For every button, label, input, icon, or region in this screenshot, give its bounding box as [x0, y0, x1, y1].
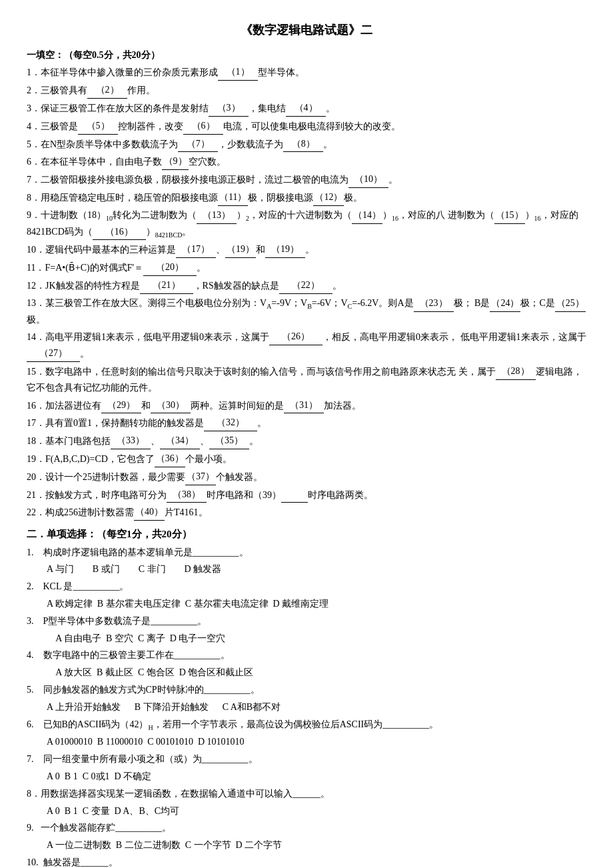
blank-15: （15） [494, 207, 525, 224]
blank-14: （14） [352, 207, 382, 224]
mc-q4-options: A 放大区 B 截止区 C 饱合区 D 饱合区和截止区 [47, 665, 586, 681]
q12: 12．JK触发器的特性方程是（21），RS触发器的缺点是（22）。 [27, 277, 586, 294]
blank-3: （3） [209, 100, 249, 117]
mc-q6: 6. 已知B的ASCII码为（42）H，若用一个字节表示，最高位设为偶校验位后A… [27, 717, 586, 733]
mc-q5: 5. 同步触发器的触发方式为CP时钟脉冲的__________。 [27, 682, 586, 698]
section1-header: 一填空：（每空0.5分，共20分） [27, 47, 586, 63]
blank-21: （21） [140, 277, 193, 294]
blank-1: （1） [218, 64, 258, 81]
blank-33: （33） [111, 433, 151, 449]
q7: 7．二极管阳极接外接电源负极，阴极接外接电源正极时，流过二极管的电流为（10）。 [27, 171, 586, 188]
mc-q10: 10. 触发器是______。 [27, 855, 586, 868]
q16: 16．加法器进位有（29）和（30）两种。运算时间短的是（31）加法器。 [27, 397, 586, 414]
blank-9: （9） [162, 153, 189, 170]
blank-18: （19） [225, 241, 256, 258]
blank-32: （32） [204, 415, 257, 431]
mc-q7-options: A 0 B 1 C 0或1 D 不确定 [47, 769, 586, 785]
q3: 3．保证三极管工作在放大区的条件是发射结（3），集电结（4）。 [27, 100, 586, 117]
mc-q5-options: A 上升沿开始触发 B 下降沿开始触发 C A和B都不对 [47, 699, 586, 715]
q6: 6．在本征半导体中，自由电子数（9）空穴数。 [27, 153, 586, 170]
blank-5: （5） [78, 118, 118, 135]
q13: 13．某三极管工作在放大区。测得三个电极电位分别为：VA=-9V；VB=-6V；… [27, 295, 586, 328]
mc-q2: 2. KCL 是__________。 [27, 579, 586, 595]
q9: 9．十进制数（18）10转化为二进制数为（（13））2，对应的十六进制数为（（1… [27, 207, 586, 241]
blank-6: （6） [183, 118, 223, 135]
blank-28: （28） [496, 363, 536, 380]
mc-q3-options: A 自由电子 B 空穴 C 离子 D 电子一空穴 [47, 631, 586, 647]
mc-q2-options: A 欧姆定律 B 基尔霍夫电压定律 C 基尔霍夫电流定律 D 戴维南定理 [47, 596, 586, 612]
mc-q8-options: A 0 B 1 C 变量 D A、B、C均可 [47, 803, 586, 819]
blank-23: （23） [414, 295, 454, 312]
q2: 2．三极管具有（2）作用。 [27, 82, 586, 99]
blank-38: （38） [167, 487, 207, 503]
q11: 11．F=A•(B̄+C)的对偶式F'＝（20）。 [27, 259, 586, 276]
blank-40: （40） [134, 504, 165, 521]
blank-31: （31） [284, 397, 324, 414]
blank-35: （35） [209, 433, 249, 449]
mc-q1: 1. 构成时序逻辑电路的基本逻辑单元是__________。 [27, 545, 586, 561]
blank-2: （2） [87, 82, 127, 99]
mc-q9-options: A 一位二进制数 B 二位二进制数 C 一个字节 D 二个字节 [47, 837, 586, 853]
q10: 10．逻辑代码中最基本的三种运算是（17）、（19）和（19）。 [27, 241, 586, 258]
mc-q4: 4. 数字电路中的三极管主要工作在__________。 [27, 647, 586, 663]
q19: 19．F(A,B,C,D)=CD，它包含了（36）个最小项。 [27, 451, 586, 467]
q21: 21．按触发方式，时序电路可分为（38）时序电路和（39）时序电路两类。 [27, 487, 586, 503]
blank-17: （17） [176, 241, 216, 258]
blank-7: （7） [178, 136, 218, 153]
blank-36: （36） [155, 451, 185, 467]
blank-19: （19） [265, 241, 305, 258]
blank-25: （25） [555, 295, 586, 312]
blank-4: （4） [286, 100, 326, 117]
blank-20: （20） [143, 259, 197, 276]
blank-29: （29） [101, 397, 141, 414]
blank-13: （13） [197, 207, 237, 224]
blank-11: （11） [218, 189, 248, 206]
q14: 14．高电平用逻辑1来表示，低电平用逻辑0来表示，这属于（26），相反，高电平用… [27, 329, 586, 362]
q20: 20．设计一个25进制计数器，最少需要（37）个触发器。 [27, 469, 586, 485]
blank-24: （24） [490, 295, 520, 312]
q1: 1．本征半导体中掺入微量的三价杂质元素形成（1）型半导体。 [27, 64, 586, 81]
mc-q8: 8．用数据选择器实现某一逻辑函数，在数据输入通道中可以输入______。 [27, 786, 586, 802]
blank-10: （10） [348, 171, 388, 188]
blank-26: （26） [269, 329, 322, 345]
q18: 18．基本门电路包括（33）、（34）、（35）。 [27, 433, 586, 449]
q5: 5．在N型杂质半导体中多数载流子为（7），少数载流子为（8）。 [27, 136, 586, 153]
section2-header: 二．单项选择：（每空1分，共20分） [27, 526, 586, 543]
blank-16: （16） [93, 224, 146, 241]
blank-37: （37） [185, 469, 216, 485]
blank-39 [281, 502, 308, 503]
blank-8: （8） [283, 136, 323, 153]
mc-q9: 9. 一个触发器能存贮__________。 [27, 820, 586, 836]
blank-27: （27） [27, 345, 80, 362]
q17: 17．具有置0置1，保持翻转功能的触发器是（32）。 [27, 415, 586, 431]
mc-q6-options: A 01000010 B 11000010 C 00101010 D 10101… [47, 734, 586, 750]
blank-34: （34） [160, 433, 200, 449]
q15: 15．数字电路中，任意时刻的输出信号只取决于该时刻的输入信号，而与该信号作用之前… [27, 363, 586, 396]
blank-22: （22） [279, 277, 332, 294]
page-title: 《数字逻辑电路试题》二 [27, 20, 586, 41]
q22: 22．构成256进制计数器需（40）片T4161。 [27, 504, 586, 521]
mc-q1-options: A 与门 B 或门 C 非门 D 触发器 [47, 561, 586, 577]
q8: 8．用稳压管稳定电压时，稳压管的阳极接电源（11）极，阴极接电源（12）极。 [27, 189, 586, 206]
blank-12: （12） [313, 189, 344, 206]
blank-30: （30） [151, 397, 191, 414]
mc-q3: 3. P型半导体中多数载流子是__________。 [27, 613, 586, 629]
mc-q7: 7. 同一组变量中所有最小项之和（或）为__________。 [27, 751, 586, 767]
q4: 4．三极管是（5）控制器件，改变（6）电流，可以使集电极电流得到较大的改变。 [27, 118, 586, 135]
